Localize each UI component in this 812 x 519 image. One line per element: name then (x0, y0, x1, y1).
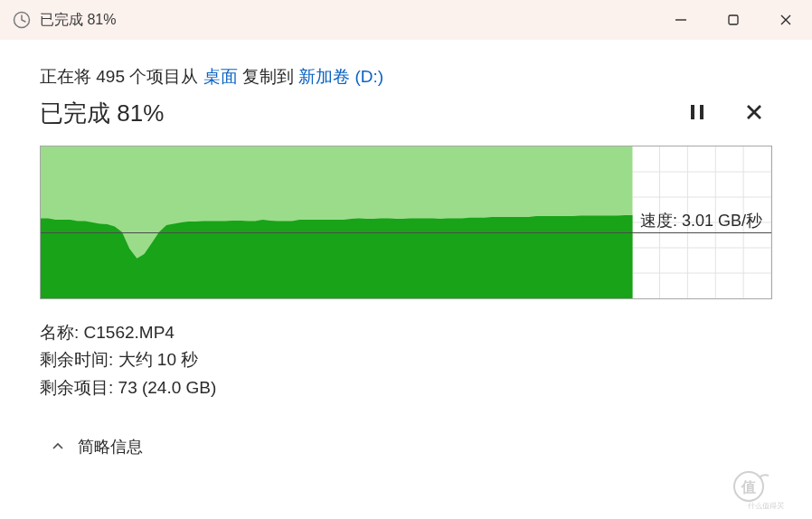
svg-rect-3 (700, 105, 703, 119)
speed-chart: 速度: 3.01 GB/秒 (40, 146, 772, 299)
items-remaining-row: 剩余项目: 73 (24.0 GB) (40, 374, 772, 401)
details-toggle-label: 简略信息 (78, 436, 143, 458)
window-title: 已完成 81% (40, 11, 655, 30)
close-button[interactable] (760, 0, 812, 40)
progress-text: 已完成 81% (40, 98, 164, 129)
chevron-up-icon (51, 439, 65, 454)
speed-label: 速度: 3.01 GB/秒 (640, 210, 762, 231)
maximize-button[interactable] (707, 0, 760, 40)
details-toggle[interactable]: 简略信息 (40, 436, 772, 458)
pause-button[interactable] (689, 103, 705, 125)
svg-text:值: 值 (741, 479, 756, 495)
titlebar: 已完成 81% (0, 0, 812, 40)
clock-icon (13, 11, 31, 29)
watermark-logo: 值 什么值得买 (729, 470, 803, 510)
current-file-row: 名称: C1562.MP4 (40, 319, 772, 346)
svg-rect-2 (691, 105, 694, 119)
cancel-button[interactable] (745, 103, 763, 125)
transfer-details: 名称: C1562.MP4 剩余时间: 大约 10 秒 剩余项目: 73 (24… (40, 319, 772, 401)
minimize-button[interactable] (655, 0, 707, 40)
dialog-content: 正在将 495 个项目从 桌面 复制到 新加卷 (D:) 已完成 81% 速度:… (0, 40, 812, 458)
window-controls (655, 0, 812, 40)
destination-link[interactable]: 新加卷 (D:) (298, 67, 383, 86)
speed-reference-line (41, 232, 771, 233)
svg-rect-1 (729, 15, 738, 24)
source-link[interactable]: 桌面 (203, 67, 238, 86)
time-remaining-row: 剩余时间: 大约 10 秒 (40, 346, 772, 373)
svg-text:什么值得买: 什么值得买 (748, 502, 784, 510)
progress-row: 已完成 81% (40, 98, 772, 129)
copy-description: 正在将 495 个项目从 桌面 复制到 新加卷 (D:) (40, 65, 772, 89)
